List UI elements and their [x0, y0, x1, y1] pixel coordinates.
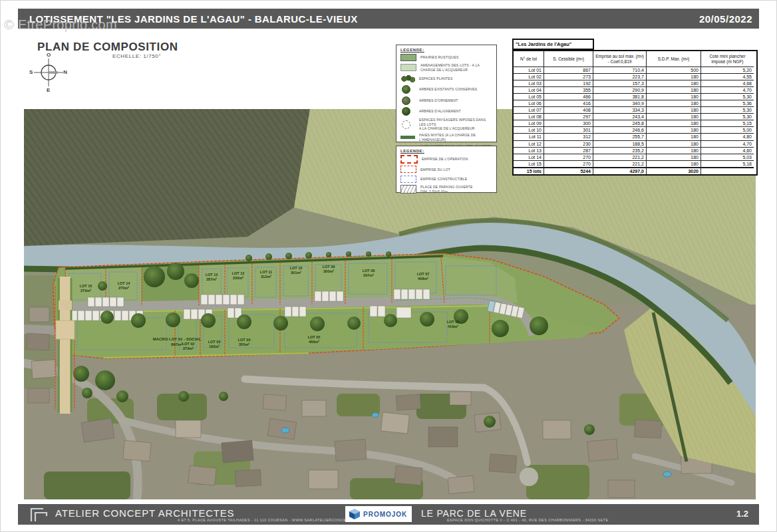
- cell-emprise: 246,6: [593, 127, 647, 134]
- svg-text:LOT 12230m²: LOT 12230m²: [232, 271, 245, 280]
- table-row: Lot 02 273 223,7 180 4,55: [514, 74, 756, 80]
- legend-item-label: PLACE DE PARKING OUVERTE DIM. 2,50x5,00m: [420, 185, 473, 194]
- table-row: Lot 04 355 290,9 180 4,70: [514, 87, 756, 94]
- promoter-logo: PROMOJOK: [345, 506, 412, 522]
- cell-cessible: 416: [544, 100, 593, 107]
- legend-item: ARBRES D'ALIGNEMENT: [400, 107, 492, 116]
- cell-cote: 5,36: [701, 100, 754, 107]
- cell-lot: Lot 13: [514, 148, 544, 154]
- cell-lot: Lot 12: [514, 141, 544, 148]
- legend-item-label: ARBRES D'ALIGNEMENT: [419, 109, 461, 114]
- svg-text:LOT 06416m²: LOT 06416m²: [447, 320, 460, 329]
- legend-item: EMPRISE DE L'OPERATION: [400, 155, 492, 164]
- cell-emprise: 188,5: [593, 141, 647, 148]
- table-row: Lot 09 300 245,8 180 5,15: [514, 120, 756, 127]
- cell-emprise: 223,7: [593, 74, 647, 80]
- cell-cote: 5,18: [701, 161, 754, 168]
- cell-lot: Lot 10: [514, 127, 544, 134]
- cell-sdp: 180: [647, 114, 701, 120]
- architect-logo-icon: [29, 507, 49, 523]
- cell-sdp: 180: [647, 80, 701, 87]
- cell-cessible: 408: [544, 107, 593, 114]
- table-row: Lot 10 301 246,6 180 5,00: [514, 127, 756, 134]
- cell-cessible: 273: [544, 74, 593, 80]
- promoter-cube-icon: [349, 508, 361, 520]
- legend-item-label: PRAIRIES RUSTIQUES: [420, 55, 459, 60]
- table-row: Lot 01 867 710,4 500 5,20: [514, 67, 756, 74]
- cell-emprise: 245,8: [593, 120, 647, 127]
- cell-lot: Lot 01: [514, 67, 544, 74]
- page-number: 1.2: [736, 509, 748, 519]
- cell-lot: Lot 06: [514, 100, 544, 107]
- cell-emprise: 340,9: [593, 100, 647, 107]
- column-header: S. Cessible (m²): [544, 51, 593, 67]
- lots-table: "Les Jardins de l'Agau" N° de lot S. Ces…: [512, 39, 758, 176]
- compass-east: E: [47, 87, 50, 93]
- legend-swatch-icon: [400, 54, 416, 61]
- footer-bar: ATELIER CONCEPT ARCHITECTES 4 ET 5, PLAC…: [18, 504, 759, 525]
- svg-text:LOT 11312m²: LOT 11312m²: [260, 270, 272, 279]
- pedestrian-path: [56, 277, 75, 414]
- compass-west: O: [47, 52, 51, 58]
- architect-name: ATELIER CONCEPT ARCHITECTES: [55, 507, 234, 519]
- legend-swatch-icon: [400, 166, 416, 173]
- compass-south: S: [29, 69, 33, 75]
- cell-cote: 5,30: [701, 94, 754, 100]
- table-body: Lot 01 867 710,4 500 5,20 Lot 02 273 223…: [514, 67, 756, 168]
- cell-lot: Lot 04: [514, 87, 544, 94]
- cell-cote: 5,03: [701, 154, 754, 161]
- cell-sdp: 180: [647, 94, 701, 100]
- cell-cessible: 355: [544, 87, 593, 94]
- project-address: ESPACE DON QUICHOTTE II - C 401 - 40, RU…: [447, 518, 609, 522]
- cell-cote: 4,70: [701, 141, 754, 148]
- legend-swatch-icon: [400, 74, 415, 83]
- compass-north: N: [63, 69, 67, 75]
- cell-emprise: 381,8: [593, 94, 647, 100]
- cell-sdp: 180: [647, 100, 701, 107]
- column-header: Cote mini plancher imposé (m NGF): [701, 51, 754, 67]
- table-row: Lot 08 297 243,4 180 5,30: [514, 114, 756, 120]
- cul-de-sac: [520, 467, 538, 486]
- svg-text:LOT 10301m²: LOT 10301m²: [290, 266, 303, 275]
- legend-swatch-icon: [400, 64, 416, 71]
- legend-item: ARBRES EXISTANTS CONSERVES: [400, 85, 492, 94]
- legend-item: ESPACES PLANTES: [400, 74, 492, 83]
- table-row: Lot 11 312 255,7 180 4,80: [514, 134, 756, 140]
- promoter-name: PROMOJOK: [363, 511, 407, 518]
- cell-sdp: 180: [647, 154, 701, 161]
- legend-item: HAIES MIXTES (A LA CHARGE DE L'AMENAGEUR…: [400, 133, 492, 142]
- compass-icon: [30, 54, 67, 91]
- cell-lot: Lot 15: [514, 161, 544, 168]
- legend-item: ESPACES PAYSAGERS IMPOSES DANS LES LOTS …: [400, 118, 492, 131]
- cell-lot: Lot 07: [514, 107, 544, 114]
- cell-lot: Lot 14: [514, 154, 544, 161]
- cell-cote: 5,00: [701, 127, 754, 134]
- legend-swatch-icon: [400, 136, 415, 139]
- legend-item-label: EMPRISE CONSTRUCTIBLE: [420, 177, 467, 182]
- cell-sdp: 180: [647, 148, 701, 154]
- cell-cote: 5,30: [701, 114, 754, 120]
- document-date: 20/05/2022: [699, 13, 752, 25]
- cell-cote: 5,30: [701, 107, 754, 114]
- svg-text:LOT 04355m²: LOT 04355m²: [238, 338, 251, 346]
- column-header: N° de lot: [514, 51, 544, 67]
- cell-cessible: 230: [544, 141, 593, 148]
- cell-emprise: 221,2: [593, 154, 647, 161]
- svg-text:LOT 03192m²: LOT 03192m²: [208, 340, 221, 348]
- cell-cessible: 312: [544, 134, 593, 140]
- cell-cessible: 192: [544, 80, 593, 87]
- cell-lot: Lot 08: [514, 114, 544, 120]
- legend-swatch-icon: [400, 155, 418, 164]
- legend-planting: LEGENDE: PRAIRIES RUSTIQUES AMENAGEMENTS…: [396, 45, 497, 142]
- legend-item: PLACE DE PARKING OUVERTE DIM. 2,50x5,00m: [400, 185, 492, 194]
- svg-text:LOT 09300m²: LOT 09300m²: [323, 265, 335, 273]
- cell-emprise: 334,3: [593, 107, 647, 114]
- cell-sdp: 180: [647, 120, 701, 127]
- legend-swatch-icon: [400, 176, 416, 183]
- cell-cessible: 287: [544, 148, 593, 154]
- cell-emprise: 235,2: [593, 148, 647, 154]
- svg-text:LOT 05466m²: LOT 05466m²: [308, 335, 321, 344]
- table-row: Lot 13 287 235,2 180 4,60: [514, 148, 756, 154]
- cell-cote: 4,80: [701, 134, 754, 140]
- legend-items: EMPRISE DE L'OPERATION EMPRISE DU LOT EM…: [400, 155, 492, 194]
